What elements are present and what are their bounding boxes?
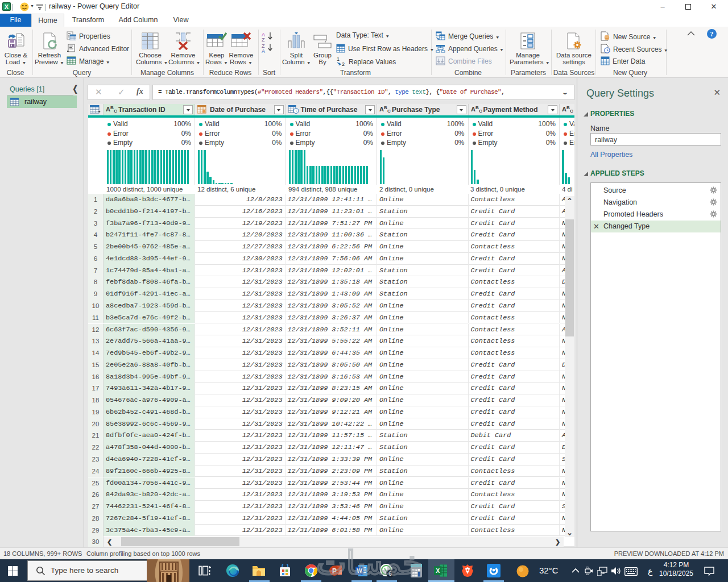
svg-text:1: 1 (337, 56, 340, 62)
svg-text:X: X (5, 3, 9, 10)
svg-text:?: ? (710, 30, 714, 38)
svg-text:X: X (436, 567, 440, 574)
svg-text:2: 2 (342, 61, 345, 66)
svg-text:A: A (379, 106, 384, 113)
svg-text:C: C (114, 109, 117, 114)
svg-text:C: C (570, 109, 573, 114)
svg-text:Z: Z (262, 37, 265, 43)
svg-text:A: A (471, 106, 475, 113)
svg-text:A: A (562, 106, 566, 113)
svg-text:C: C (387, 109, 391, 114)
svg-text:C: C (479, 109, 482, 114)
svg-text:A: A (262, 48, 265, 53)
svg-text:A: A (106, 106, 110, 113)
